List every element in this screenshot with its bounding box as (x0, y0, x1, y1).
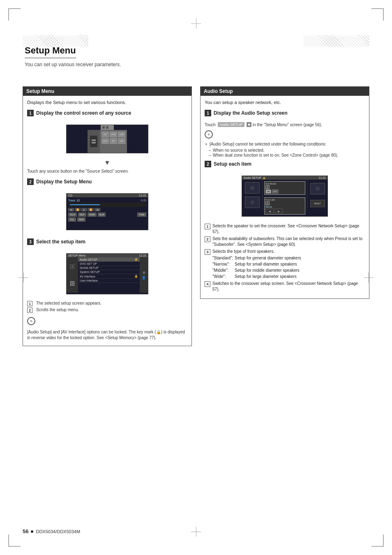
setup-item-dvd[interactable]: DVD SET UP (78, 262, 140, 266)
setup-left-nav: 4 2 (67, 257, 78, 293)
corner-mark-tr (371, 8, 384, 21)
audio-item-text-1: Selects the speaker to set the crossover… (212, 223, 365, 235)
audio-speaker-left-img: ⊙ (245, 182, 260, 194)
sub-woofer-label: Sub Woofer (265, 183, 304, 185)
wide-label: "Wide": (212, 274, 233, 280)
source-right-panel: CD DVD USB AUX BT AM (100, 130, 127, 153)
cd-btn-rdm[interactable]: RDM (88, 213, 97, 217)
page-title-area: Setup Menu You can set up various receiv… (25, 45, 367, 67)
cd-label: CD (68, 194, 72, 197)
touch-text: Touch (205, 123, 216, 127)
audio-screen-lock: 🔒 (263, 176, 265, 179)
sub-woofer-badge-row: 2 (265, 185, 304, 189)
audio-note-icon-row: ≡ (205, 129, 365, 140)
audio-screen-header: Audio SETUP 🔒 11:21 (242, 176, 327, 180)
setup-scroll-icon: ⚙ (143, 271, 145, 275)
audio-reset-label: RESET (314, 202, 321, 205)
setup-person-icon: 👤 (142, 276, 146, 280)
audio-note-icon: ≡ (205, 130, 213, 139)
audio-step1-text: Display the Audio Setup screen (214, 110, 288, 116)
cd-btn-prev-prev[interactable]: ⏮ (68, 208, 74, 211)
audio-setup-intro: You can setup a speaker network, etc. (205, 100, 365, 105)
audio-note-intro: [Audio Setup] cannot be selected under t… (205, 142, 365, 146)
audio-screen-body: ⊙ ⊙ Sub Woofer (242, 180, 327, 210)
audio-step2-text: Setup each item (214, 161, 251, 167)
page-number: 56 (23, 528, 28, 534)
cd-btn-next-next[interactable]: ⏭ (95, 208, 100, 211)
audio-speaker-left-img2: ⊙ (245, 197, 260, 208)
narrow-desc: Setup for small diameter speakers (235, 261, 301, 267)
step1-instruction: Touch any source button on the "Source S… (27, 169, 187, 173)
cd-btn-prev[interactable]: ⏪ (75, 208, 81, 211)
audio-item-text-3-wrapper: Selects the type of front speakers. "Sta… (212, 249, 301, 280)
setup-item-av[interactable]: AV Interface 🔒 (78, 274, 140, 279)
cd-btn-rep2[interactable]: REP (77, 217, 85, 222)
setup-item-audio[interactable]: Audio SETUP 🔒 (78, 257, 140, 262)
step2-number: 2 (27, 178, 34, 185)
cd-track-label: Track (68, 199, 75, 202)
setup-menu-body: Displays the Setup menu to set various f… (23, 96, 191, 346)
corner-mark-bl (8, 534, 21, 547)
audio-speaker-right-img: ⊙ (310, 183, 325, 194)
setup-notes: 1 The selected setup screen appears. 2 S… (27, 301, 187, 313)
note-badge-1: 1 (27, 301, 32, 306)
middle-desc: Setup for middle diameter speakers (235, 268, 301, 273)
audio-speaker-left: ⊙ ⊙ (242, 180, 263, 210)
setup-menu-intro: Displays the Setup menu to set various f… (27, 100, 187, 105)
setup-screen-time: 11:21 (139, 254, 146, 257)
audio-step1-label: 1 Display the Audio Setup screen (205, 110, 288, 116)
cd-btn-play[interactable]: ▶ (81, 208, 87, 211)
audio-screen-time: 11:21 (318, 176, 326, 179)
front-ctrl-2[interactable]: ▶ (274, 208, 283, 213)
front-lr-badge-row: 1 (265, 201, 304, 205)
front-lr-box: Front L&R 1 Narrow ◀ ▶ (264, 197, 305, 215)
note-row-2: 2 Scrolls the setup menu. (27, 308, 187, 313)
page-footer: 56 DDX5034/DDX5034M (23, 528, 369, 534)
audio-step2-number: 2 (205, 161, 211, 167)
front-ctrl-1[interactable]: ◀ (265, 208, 274, 213)
audio-bullet-list: [Audio Setup] cannot be selected under t… (205, 142, 365, 146)
cd-btn-sch[interactable]: SCH (68, 213, 77, 217)
audio-item-1: 1 Selects the speaker to set the crossov… (205, 223, 365, 235)
setup-item-divx[interactable]: DivXbt SETUP (78, 266, 140, 270)
note-badge-2: 2 (27, 308, 32, 313)
cd-btn-next[interactable]: ⏩ (88, 208, 94, 211)
setup-nav-2[interactable]: 2 (70, 281, 74, 286)
setup-screen-body: 4 2 Audio SETUP 🔒 DVD SET UP (67, 257, 148, 293)
sub-woofer-toggle-row: ON OFF (265, 190, 304, 194)
source-icon-2 (92, 142, 96, 143)
cd-btn-tel[interactable]: TEL (68, 217, 76, 222)
front-lr-badge: 1 (265, 201, 270, 205)
src-icon-5[interactable]: BT (110, 138, 117, 144)
audio-setup-chip: Audio SETUP (218, 122, 245, 127)
audio-setup-body: You can setup a speaker network, etc. 1 … (201, 96, 369, 298)
audio-item-badge-1: 1 (205, 224, 210, 229)
src-icon-3[interactable]: USB (118, 132, 125, 137)
sub-woofer-off-btn[interactable]: OFF (272, 190, 279, 194)
src-icon-6[interactable]: AM (118, 138, 125, 144)
cd-btn-time[interactable]: TIME (137, 213, 146, 217)
src-icon-2[interactable]: DVD (110, 132, 117, 137)
audio-subnote-1: When no source is selected. (208, 148, 365, 153)
sub-woofer-on-btn[interactable]: ON (265, 190, 271, 194)
setup-item-system[interactable]: System SETUP (78, 270, 140, 274)
setup-menu-header: Setup Menu (23, 87, 191, 96)
audio-reset-btn[interactable]: RESET (310, 200, 325, 207)
cd-controls: ⏮ ⏪ ▶ ⏩ ⏭ (68, 208, 146, 211)
source-icon-1 (92, 139, 96, 141)
cd-btn-6lm[interactable]: 6LM (98, 213, 106, 217)
cd-mode-btns: SCH REP RDM 6LM TIME (68, 213, 146, 217)
sub-woofer-badge: 2 (265, 185, 270, 189)
setup-screen-container: SETUP Menu 11:21 4 2 Audio SETUP (27, 250, 187, 298)
audio-speaker-right: ⊙ RESET (307, 180, 327, 210)
main-layout: Setup Menu Displays the Setup menu to se… (23, 86, 369, 353)
cd-btn-rep[interactable]: REP (78, 213, 86, 217)
setup-nav-4[interactable]: 4 (70, 264, 74, 269)
src-icon-4[interactable]: AUX (101, 138, 109, 144)
setup-item-user[interactable]: User Interface (78, 279, 140, 283)
source-grid: CD DVD USB AUX BT AM (101, 132, 125, 144)
setup-screen-label: SETUP Menu (68, 254, 86, 257)
src-icon-1[interactable]: CD (101, 132, 109, 137)
cd-screen-body: Track 12 0:05 ⏮ ⏪ ▶ ⏩ (67, 197, 148, 223)
audio-setup-screen: Audio SETUP 🔒 11:21 ⊙ ⊙ (242, 176, 328, 217)
